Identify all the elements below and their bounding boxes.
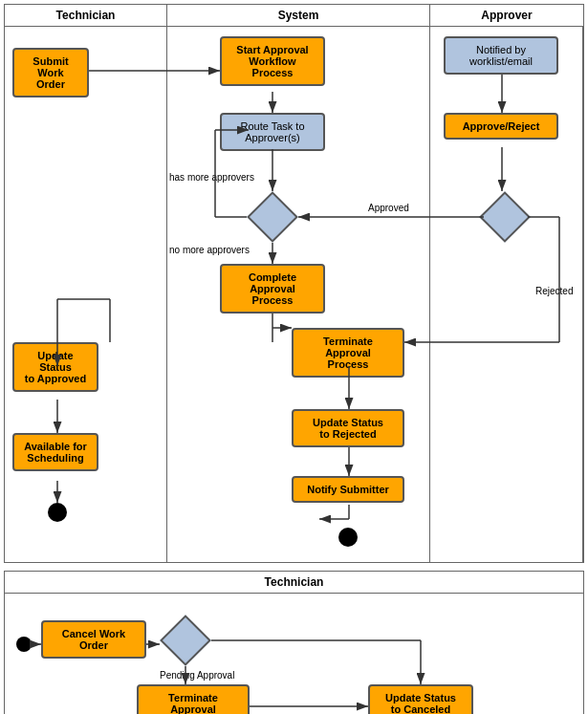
pending-approval-label: Pending Approval xyxy=(160,670,234,681)
start-approval-box: Start ApprovalWorkflow Process xyxy=(220,36,325,86)
diagram-container: Technician System Approver Submit Work O… xyxy=(0,4,588,714)
bottom-diagram: Technician Cancel Work Order Pending App… xyxy=(4,571,584,714)
technician-header: Technician xyxy=(5,5,167,26)
approver-header: Approver xyxy=(430,5,583,26)
route-task-box: Route Task toApprover(s) xyxy=(220,113,325,151)
approver-column: Notified byworklist/email Approve/Reject xyxy=(430,27,583,562)
bottom-body: Cancel Work Order Pending Approval Termi… xyxy=(5,594,583,714)
update-rejected-box: Update Statusto Rejected xyxy=(292,409,404,447)
start-circle-bottom xyxy=(16,637,32,652)
system-column: Start ApprovalWorkflow Process Route Tas… xyxy=(167,27,430,562)
update-canceled-box: Update Statusto Canceled xyxy=(368,684,473,714)
notify-submitter-box: Notify Submitter xyxy=(292,476,404,503)
technician-column: Submit Work Order Update Statusto Approv… xyxy=(5,27,167,562)
cancel-work-order-box: Cancel Work Order xyxy=(41,620,146,659)
available-scheduling-box: Available forScheduling xyxy=(12,433,98,471)
terminate-bottom-box: Terminate ApprovalProcess xyxy=(137,684,250,714)
end-circle-tech xyxy=(48,503,67,522)
notified-box: Notified byworklist/email xyxy=(444,36,558,75)
top-diagram: Technician System Approver Submit Work O… xyxy=(4,4,584,563)
bottom-header: Technician xyxy=(5,572,583,594)
no-more-approvers-label: no more approvers xyxy=(169,245,250,255)
end-circle-sys xyxy=(338,528,358,547)
terminate-approval-box: Terminate ApprovalProcess xyxy=(292,328,404,378)
diamond-bottom xyxy=(160,615,211,666)
complete-approval-box: CompleteApproval Process xyxy=(220,264,325,314)
diamond-approvers xyxy=(247,191,298,243)
approve-reject-box: Approve/Reject xyxy=(444,113,558,140)
system-header: System xyxy=(167,5,430,26)
update-approved-box: Update Statusto Approved xyxy=(12,342,98,392)
submit-work-order-box: Submit Work Order xyxy=(12,48,89,97)
diamond-decision xyxy=(479,191,531,243)
has-more-approvers-label: has more approvers xyxy=(169,172,254,183)
top-body: Submit Work Order Update Statusto Approv… xyxy=(5,27,583,562)
top-header: Technician System Approver xyxy=(5,5,583,27)
